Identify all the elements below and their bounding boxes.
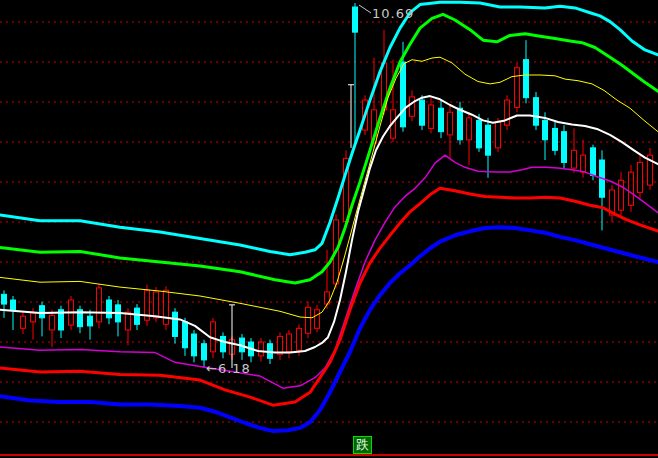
candle-body-up bbox=[306, 307, 311, 333]
candle-body-down bbox=[221, 336, 226, 351]
candle-body-down bbox=[202, 344, 207, 360]
candle-body-down bbox=[420, 100, 425, 125]
candle-body-up bbox=[515, 68, 520, 108]
band-upper-green bbox=[0, 14, 658, 283]
candle-body-down bbox=[192, 334, 197, 356]
candle-body-up bbox=[496, 122, 501, 148]
candle-body-down bbox=[486, 125, 491, 155]
candle-body-up bbox=[629, 172, 634, 205]
candle-body-down bbox=[183, 322, 188, 348]
candle-body-down bbox=[40, 306, 45, 318]
candle-body-up bbox=[315, 310, 320, 329]
candle-body-down bbox=[2, 294, 7, 304]
candle-body-down bbox=[11, 300, 16, 310]
high-label-pointer bbox=[359, 5, 371, 13]
candle-body-up bbox=[448, 112, 453, 135]
candle-body-down bbox=[88, 316, 93, 326]
candle-body-up bbox=[572, 150, 577, 168]
candle-body-up bbox=[278, 336, 283, 354]
candle-body-up bbox=[581, 155, 586, 172]
band-lower-blue bbox=[0, 227, 658, 431]
candle-body-down bbox=[543, 120, 548, 139]
candle-body-down bbox=[458, 108, 463, 140]
candle-body-down bbox=[591, 148, 596, 176]
candle-body-up bbox=[505, 100, 510, 125]
candle-body-up bbox=[410, 97, 415, 116]
low-price-label: ←6.18 bbox=[206, 362, 251, 375]
candle-body-down bbox=[562, 132, 567, 163]
candle-body-up bbox=[638, 162, 643, 192]
stock-chart-window: 10.69 ←6.18 跌 bbox=[0, 0, 658, 458]
candle-body-up bbox=[154, 292, 159, 318]
high-price-label: 10.69 bbox=[372, 7, 414, 20]
candle-body-down bbox=[553, 128, 558, 150]
candle-body-down bbox=[524, 60, 529, 98]
candle-body-down bbox=[173, 312, 178, 336]
candle-body-up bbox=[50, 315, 55, 330]
candle-body-down bbox=[439, 108, 444, 131]
candle-body-up bbox=[287, 334, 292, 352]
candle-body-down bbox=[401, 62, 406, 127]
candle-body-up bbox=[164, 290, 169, 324]
candle-body-down bbox=[135, 308, 140, 324]
candle-body-down bbox=[534, 98, 539, 126]
fall-badge: 跌 bbox=[353, 436, 372, 454]
candle-body-down bbox=[477, 120, 482, 148]
chart-canvas bbox=[0, 0, 658, 458]
candle-body-up bbox=[429, 105, 434, 128]
candle-body-up bbox=[297, 328, 302, 350]
candle-body-up bbox=[31, 313, 36, 322]
candle-body-down bbox=[107, 300, 112, 318]
candle-body-up bbox=[467, 118, 472, 140]
candle-body-up bbox=[21, 316, 26, 328]
candle-body-down bbox=[353, 7, 358, 32]
left-arrow-icon: ← bbox=[206, 361, 218, 376]
candle-body-up bbox=[259, 342, 264, 356]
band-lower-magenta bbox=[0, 155, 658, 388]
low-price-value: 6.18 bbox=[218, 361, 251, 376]
band-upper-yellow bbox=[0, 57, 658, 318]
candle-body-up bbox=[97, 288, 102, 322]
